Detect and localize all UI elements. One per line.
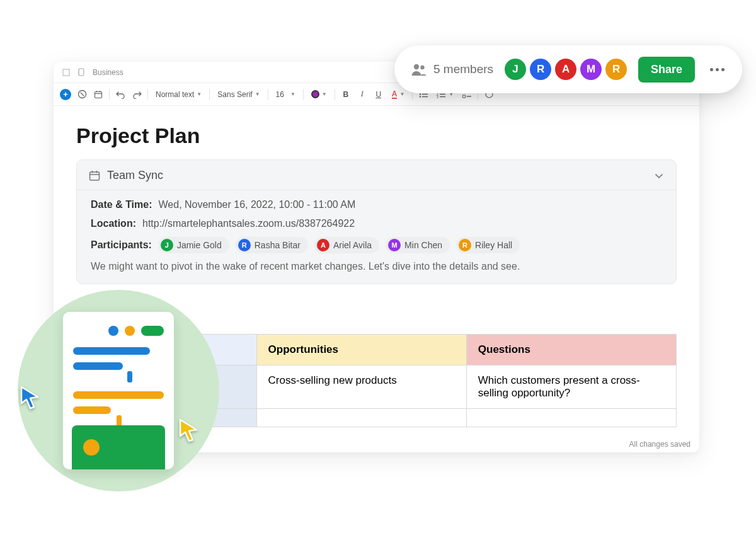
svg-point-32 xyxy=(414,64,419,69)
svg-rect-0 xyxy=(63,69,69,76)
italic-button[interactable]: I xyxy=(357,88,368,101)
bold-button[interactable]: B xyxy=(340,88,352,101)
avatar[interactable]: M xyxy=(580,59,602,80)
font-size-select[interactable]: 16▼ xyxy=(273,90,298,99)
event-title[interactable]: Team Sync xyxy=(107,169,163,182)
avatar: R xyxy=(459,239,471,251)
svg-rect-1 xyxy=(79,69,84,76)
location-value[interactable]: http://smartelephantsales.zoom.us/838726… xyxy=(142,218,355,229)
table-header-opportunities[interactable]: Opportunities xyxy=(256,335,466,365)
breadcrumb-notebook[interactable]: Business xyxy=(93,68,123,77)
avatar[interactable]: R xyxy=(605,59,627,80)
font-family-select[interactable]: Sans Serif▼ xyxy=(215,90,262,99)
avatar: M xyxy=(388,239,401,251)
share-button[interactable]: Share xyxy=(638,57,695,83)
avatar: R xyxy=(238,239,251,251)
svg-rect-25 xyxy=(462,95,465,98)
text-color-select[interactable]: ▼ xyxy=(309,90,329,98)
cell-questions[interactable]: Which customers present a cross-selling … xyxy=(466,365,676,409)
participant-chip[interactable]: MMin Chen xyxy=(386,237,450,253)
redo-icon[interactable] xyxy=(131,88,142,101)
svg-rect-28 xyxy=(90,172,100,180)
people-icon xyxy=(411,62,427,76)
table-header-questions[interactable]: Questions xyxy=(466,335,676,365)
members-count: 5 members xyxy=(433,62,493,76)
avatar: J xyxy=(161,239,173,251)
avatar: A xyxy=(317,239,329,251)
calendar-icon xyxy=(88,169,101,182)
expand-icon[interactable] xyxy=(62,68,71,77)
notebook-icon xyxy=(77,68,86,77)
highlight-select[interactable]: A▼ xyxy=(389,90,408,99)
more-options-icon[interactable] xyxy=(706,64,728,75)
svg-rect-7 xyxy=(95,91,102,98)
document-title[interactable]: Project Plan xyxy=(76,124,677,148)
cell-opportunities[interactable]: Cross-selling new products xyxy=(256,365,466,409)
participants-label: Participants: xyxy=(91,239,152,251)
event-card: Team Sync Date & Time: Wed, November 16,… xyxy=(76,159,677,284)
participant-chip[interactable]: AAriel Avila xyxy=(314,237,379,253)
calendar-icon[interactable] xyxy=(93,88,104,101)
save-status: All changes saved xyxy=(629,440,690,449)
svg-point-33 xyxy=(420,66,424,69)
date-label: Date & Time: xyxy=(91,199,152,210)
decorative-badge xyxy=(18,290,219,491)
svg-point-13 xyxy=(420,93,421,95)
cursor-icon xyxy=(176,417,200,441)
svg-line-6 xyxy=(80,93,83,96)
svg-point-15 xyxy=(420,96,421,97)
chevron-down-icon[interactable] xyxy=(653,170,665,181)
insert-button[interactable]: + xyxy=(60,89,71,100)
avatar[interactable]: J xyxy=(505,59,526,80)
svg-text:3: 3 xyxy=(437,95,438,98)
task-icon[interactable] xyxy=(76,88,88,101)
decorative-doc-icon xyxy=(63,312,174,469)
undo-icon[interactable] xyxy=(115,88,126,101)
share-pill: 5 members J R A M R Share xyxy=(394,45,742,93)
avatar-row: J R A M R xyxy=(505,59,627,80)
location-label: Location: xyxy=(91,218,136,229)
avatar[interactable]: R xyxy=(530,59,551,80)
date-value: Wed, November 16, 2022, 10:00 - 11:00 AM xyxy=(159,199,356,210)
participant-chip[interactable]: JJamie Gold xyxy=(158,237,229,253)
cursor-icon xyxy=(18,384,42,408)
event-note[interactable]: We might want to pivot in the wake of re… xyxy=(91,261,662,272)
underline-button[interactable]: U xyxy=(373,88,384,101)
participant-chip[interactable]: RRasha Bitar xyxy=(236,237,308,253)
cell-questions[interactable] xyxy=(466,409,676,427)
cell-opportunities[interactable] xyxy=(256,409,466,427)
participant-chip[interactable]: RRiley Hall xyxy=(456,237,520,253)
paragraph-style-select[interactable]: Normal text▼ xyxy=(153,90,204,99)
avatar[interactable]: A xyxy=(555,59,576,80)
